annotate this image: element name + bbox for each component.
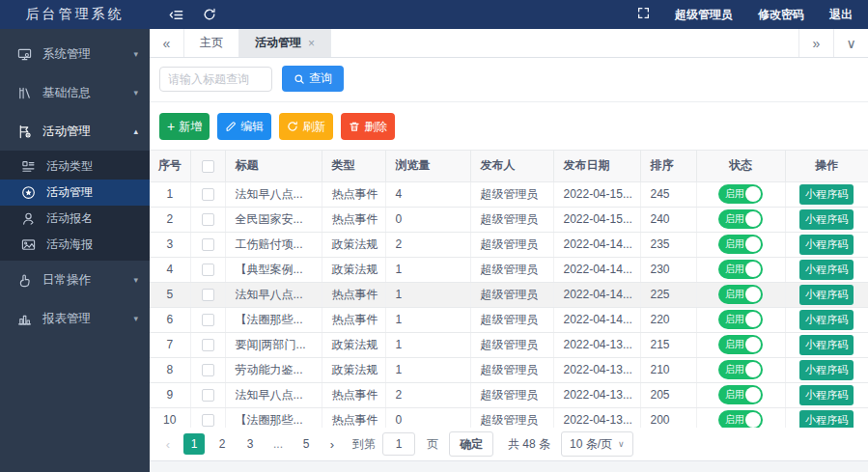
refresh-button[interactable]: 刷新 [279, 113, 333, 140]
qrcode-button[interactable]: 小程序码 [799, 260, 854, 280]
edit-button[interactable]: 编辑 [217, 113, 271, 140]
sidebar-item-activity-signup[interactable]: 活动报名 [0, 206, 150, 232]
sidebar-item-base-info[interactable]: 基础信息▾ [0, 73, 150, 112]
status-toggle[interactable]: 启用 [718, 260, 763, 279]
row-checkbox[interactable] [202, 314, 214, 326]
header-action: 操作 [785, 151, 868, 181]
row-checkbox[interactable] [202, 339, 214, 351]
row-checkbox[interactable] [202, 238, 214, 251]
topbar-username[interactable]: 超级管理员 [675, 7, 733, 23]
qrcode-button[interactable]: 小程序码 [799, 209, 854, 230]
change-password-link[interactable]: 修改密码 [758, 7, 804, 23]
table-header-row: 序号 标题 类型 浏览量 发布人 发布日期 排序 状态 操作 [150, 151, 868, 181]
status-toggle[interactable]: 启用 [718, 385, 763, 404]
next-page-icon[interactable]: › [323, 437, 341, 452]
row-checkbox[interactable] [202, 264, 214, 276]
fullscreen-icon[interactable] [637, 7, 650, 22]
qrcode-button[interactable]: 小程序码 [799, 310, 854, 330]
qrcode-button[interactable]: 小程序码 [799, 410, 854, 429]
page-button-2[interactable]: 2 [211, 433, 233, 455]
sidebar-item-report[interactable]: 报表管理▾ [0, 299, 150, 338]
cell-type: 政策法规 [322, 232, 385, 257]
qrcode-button[interactable]: 小程序码 [799, 360, 854, 380]
row-checkbox[interactable] [202, 289, 214, 301]
row-checkbox[interactable] [202, 188, 214, 201]
sidebar-item-label: 系统管理 [42, 46, 91, 63]
status-toggle[interactable]: 启用 [718, 209, 763, 229]
table-row: 8劳动能力鉴...政策法规1超级管理员2022-04-13...210启用小程序… [150, 357, 868, 382]
topbar: 后台管理系统 超级管理员 修改密码 退出 [0, 0, 868, 29]
cell-no: 5 [150, 282, 190, 307]
sidebar-item-activity-manage[interactable]: 活动管理 [0, 180, 150, 206]
cell-publisher: 超级管理员 [470, 181, 553, 207]
cell-title: 【法圈那些... [225, 407, 322, 428]
status-toggle[interactable]: 启用 [718, 235, 763, 254]
row-checkbox[interactable] [202, 364, 214, 376]
app-window: 后台管理系统 超级管理员 修改密码 退出 系统管理▾基础信息▾活动管理▴活动类型… [0, 0, 868, 472]
collapse-menu-icon[interactable] [169, 8, 183, 22]
status-toggle[interactable]: 启用 [718, 410, 763, 428]
search-icon [294, 73, 305, 85]
chart-icon [16, 311, 32, 326]
row-checkbox[interactable] [202, 389, 214, 402]
chevron-down-icon: ▾ [133, 88, 138, 97]
cell-title: 【法圈那些... [225, 307, 322, 332]
row-checkbox[interactable] [202, 414, 214, 427]
sidebar-item-activity-type[interactable]: 活动类型 [0, 153, 150, 180]
sidebar-item-system[interactable]: 系统管理▾ [0, 35, 150, 73]
total-count: 共 48 条 [508, 436, 550, 453]
close-icon[interactable]: × [308, 37, 315, 50]
tabs-scroll-left-icon[interactable]: « [150, 29, 184, 57]
cell-sort: 240 [640, 207, 696, 232]
chevron-down-icon: ∨ [618, 439, 625, 449]
refresh-page-icon[interactable] [203, 8, 216, 21]
header-title: 标题 [225, 151, 322, 181]
tab-activity-manage[interactable]: 活动管理× [239, 29, 331, 57]
chevron-down-icon: ▾ [133, 275, 138, 285]
search-input[interactable] [159, 67, 272, 92]
status-toggle[interactable]: 启用 [718, 335, 763, 354]
qrcode-button[interactable]: 小程序码 [799, 235, 854, 255]
add-button[interactable]: + 新增 [159, 113, 210, 140]
page-button-3[interactable]: 3 [239, 433, 261, 455]
confirm-button[interactable]: 确定 [449, 431, 493, 457]
table-row: 7要闻|两部门...政策法规1超级管理员2022-04-13...215启用小程… [150, 332, 868, 357]
sidebar-item-activity[interactable]: 活动管理▴ [0, 112, 150, 151]
app-title: 后台管理系统 [0, 6, 150, 23]
page-button-1[interactable]: 1 [183, 433, 205, 455]
page-button-5[interactable]: 5 [295, 433, 317, 455]
status-toggle[interactable]: 启用 [718, 310, 763, 329]
row-checkbox[interactable] [202, 213, 214, 226]
delete-button[interactable]: 删除 [341, 113, 395, 140]
qrcode-button[interactable]: 小程序码 [799, 335, 854, 355]
goto-page-input[interactable] [382, 432, 415, 456]
cell-title: 全民国家安... [225, 207, 322, 232]
cell-type: 热点事件 [322, 407, 385, 428]
select-all-checkbox[interactable] [202, 160, 214, 173]
header-sort: 排序 [640, 151, 696, 181]
sidebar-item-daily-ops[interactable]: 日常操作▾ [0, 261, 150, 299]
cell-type: 热点事件 [322, 307, 385, 332]
cell-views: 0 [385, 207, 470, 232]
cell-date: 2022-04-15... [553, 207, 640, 232]
page-size-select[interactable]: 10 条/页 ∨ [561, 431, 633, 457]
qrcode-button[interactable]: 小程序码 [799, 184, 854, 205]
cell-sort: 230 [640, 257, 696, 282]
qrcode-button[interactable]: 小程序码 [799, 385, 854, 405]
cell-date: 2022-04-14... [553, 307, 640, 332]
qrcode-button[interactable]: 小程序码 [799, 285, 854, 305]
pagination: ‹ 123...5 › 到第 页 确定 共 48 条 10 条/页 ∨ [150, 428, 868, 460]
status-toggle[interactable]: 启用 [718, 184, 763, 204]
search-button[interactable]: 查询 [282, 66, 344, 92]
status-toggle[interactable]: 启用 [718, 360, 763, 379]
cell-sort: 210 [640, 357, 696, 382]
cell-date: 2022-04-13... [553, 382, 640, 407]
tabs-scroll-right-icon[interactable]: » [798, 29, 833, 57]
prev-page-icon[interactable]: ‹ [159, 437, 177, 452]
tabs-menu-icon[interactable]: ∨ [833, 29, 868, 57]
status-toggle[interactable]: 启用 [718, 285, 763, 304]
sidebar-item-activity-poster[interactable]: 活动海报 [0, 232, 150, 258]
cell-no: 8 [150, 357, 190, 382]
tab-home[interactable]: 主页 [184, 29, 239, 57]
logout-link[interactable]: 退出 [829, 7, 853, 23]
